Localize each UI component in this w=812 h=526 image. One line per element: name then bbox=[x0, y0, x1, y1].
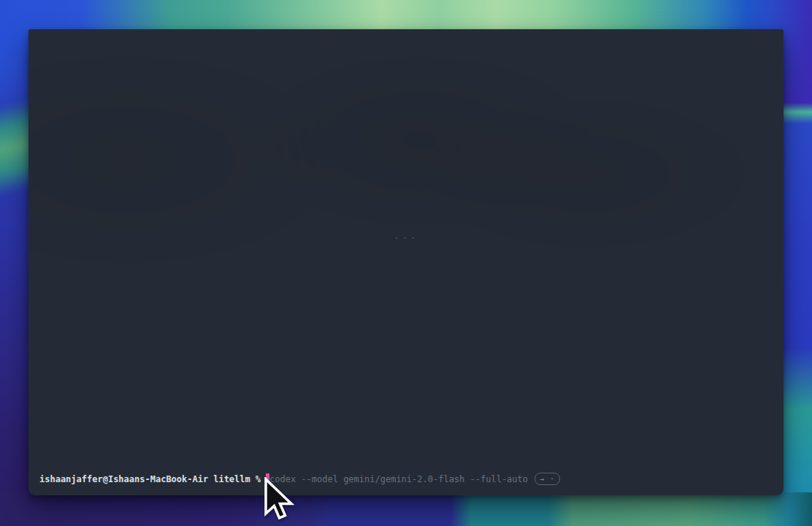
prompt-symbol: % bbox=[256, 473, 261, 485]
prompt-directory: litellm bbox=[213, 473, 250, 485]
command-input-line[interactable]: ishaanjaffer@Ishaans-MacBook-Air litellm… bbox=[39, 473, 773, 485]
right-arrow-key-icon: → · bbox=[540, 474, 555, 484]
loading-indicator: ··· bbox=[394, 233, 418, 243]
wallpaper-bottom-edge bbox=[0, 492, 812, 526]
prompt-user-host: ishaanjaffer@Ishaans-MacBook-Air bbox=[39, 473, 208, 485]
desktop: ··· ishaanjaffer@Ishaans-MacBook-Air lit… bbox=[0, 0, 812, 526]
accept-suggestion-hint: → · bbox=[535, 473, 560, 485]
terminal-ghost-texture bbox=[28, 29, 784, 495]
terminal-window[interactable]: ··· ishaanjaffer@Ishaans-MacBook-Air lit… bbox=[28, 29, 784, 495]
autosuggestion-text: codex --model gemini/gemini-2.0-flash --… bbox=[269, 473, 528, 485]
